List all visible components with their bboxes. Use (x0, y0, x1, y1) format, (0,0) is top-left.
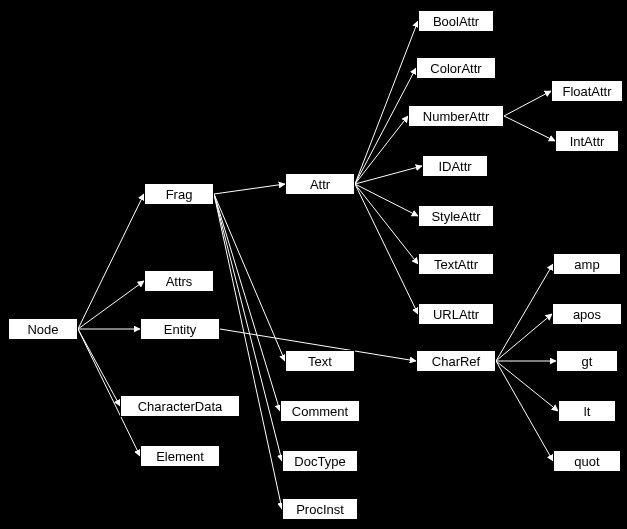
node-characterData: CharacterData (120, 395, 240, 417)
svg-line-5 (214, 184, 285, 194)
node-idAttr: IDAttr (422, 155, 488, 177)
node-gt: gt (556, 350, 618, 372)
svg-line-18 (504, 91, 551, 116)
svg-line-6 (214, 194, 285, 361)
svg-line-23 (496, 361, 558, 411)
node-entity: Entity (140, 318, 220, 340)
node-floatAttr: FloatAttr (551, 80, 623, 102)
node-intAttr: IntAttr (555, 130, 619, 152)
svg-line-1 (78, 281, 144, 329)
svg-line-9 (214, 194, 282, 509)
node-charRef: CharRef (416, 350, 496, 372)
svg-line-24 (496, 361, 553, 461)
svg-line-12 (355, 116, 408, 184)
svg-line-3 (78, 329, 120, 406)
node-boolAttr: BoolAttr (418, 10, 494, 32)
node-attr: Attr (285, 173, 355, 195)
node-styleAttr: StyleAttr (418, 205, 494, 227)
node-frag: Frag (144, 183, 214, 205)
svg-line-8 (214, 194, 282, 461)
node-apos: apos (552, 303, 622, 325)
svg-line-16 (355, 184, 418, 314)
node-textAttr: TextAttr (418, 253, 494, 275)
svg-line-19 (504, 116, 555, 141)
svg-line-14 (355, 184, 418, 216)
node-docType: DocType (282, 450, 358, 472)
node-attrs: Attrs (144, 270, 214, 292)
node-numberAttr: NumberAttr (408, 105, 504, 127)
node-colorAttr: ColorAttr (416, 57, 496, 79)
node-procInst: ProcInst (282, 498, 358, 520)
node-urlAttr: URLAttr (418, 303, 494, 325)
node-lt: lt (558, 400, 616, 422)
svg-line-13 (355, 166, 422, 184)
svg-line-21 (496, 314, 552, 361)
svg-line-7 (214, 194, 280, 411)
svg-line-4 (78, 329, 140, 456)
node-amp: amp (553, 253, 621, 275)
node-node: Node (8, 318, 78, 340)
svg-line-15 (355, 184, 418, 264)
svg-line-20 (496, 264, 553, 361)
node-comment: Comment (280, 400, 360, 422)
node-element: Element (140, 445, 220, 467)
svg-line-10 (355, 21, 418, 184)
svg-line-11 (355, 68, 416, 184)
node-text: Text (285, 350, 355, 372)
node-quot: quot (553, 450, 621, 472)
svg-line-0 (78, 194, 144, 329)
